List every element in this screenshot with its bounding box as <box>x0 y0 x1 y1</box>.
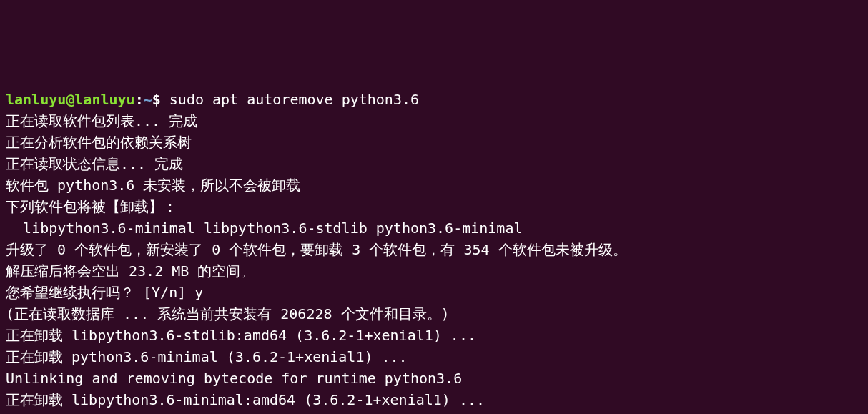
prompt-dollar: $ <box>152 91 169 108</box>
prompt-colon: : <box>135 91 144 108</box>
output-line: 软件包 python3.6 未安装，所以不会被卸载 <box>6 174 862 196</box>
output-line: 下列软件包将被【卸载】： <box>6 196 862 217</box>
output-line: 正在读取软件包列表... 完成 <box>6 110 862 132</box>
output-line: (正在读取数据库 ... 系统当前共安装有 206228 个文件和目录。) <box>6 303 862 325</box>
output-line: 正在读取状态信息... 完成 <box>6 153 862 174</box>
output-line: 正在卸载 libpython3.6-stdlib:amd64 (3.6.2-1+… <box>6 325 862 346</box>
prompt-path: ~ <box>144 91 152 108</box>
prompt-line-1: lanluyu@lanluyu:~$ sudo apt autoremove p… <box>6 89 862 110</box>
output-line: 您希望继续执行吗？ [Y/n] y <box>6 282 862 303</box>
output-line: 解压缩后将会空出 23.2 MB 的空间。 <box>6 260 862 282</box>
output-line: libpython3.6-minimal libpython3.6-stdlib… <box>6 217 862 239</box>
output-line: 正在处理用于 man-db (2.7.5-1) 的触发器 ... <box>6 410 862 414</box>
output-line: 正在卸载 python3.6-minimal (3.6.2-1+xenial1)… <box>6 346 862 368</box>
prompt-user-host: lanluyu@lanluyu <box>6 91 135 108</box>
terminal-output[interactable]: lanluyu@lanluyu:~$ sudo apt autoremove p… <box>6 89 862 414</box>
output-line: 升级了 0 个软件包，新安装了 0 个软件包，要卸载 3 个软件包，有 354 … <box>6 239 862 260</box>
output-line: Unlinking and removing bytecode for runt… <box>6 368 862 389</box>
output-line: 正在卸载 libpython3.6-minimal:amd64 (3.6.2-1… <box>6 389 862 410</box>
command-1: sudo apt autoremove python3.6 <box>169 91 419 108</box>
output-line: 正在分析软件包的依赖关系树 <box>6 132 862 153</box>
